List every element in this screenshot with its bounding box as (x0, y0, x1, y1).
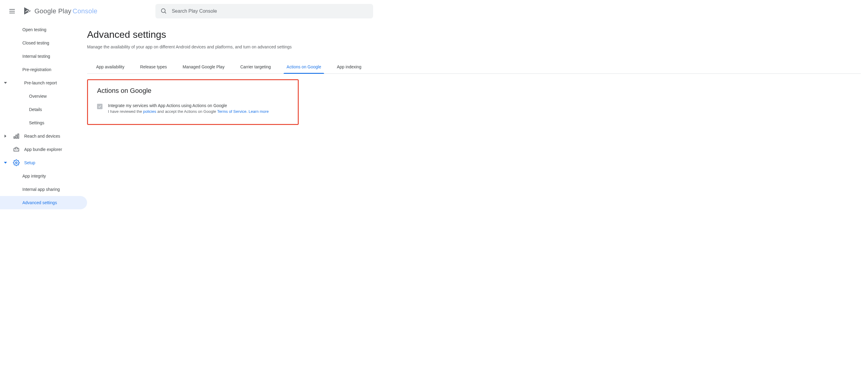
gear-icon (13, 159, 20, 166)
search-box[interactable] (155, 4, 373, 19)
checkbox-label: Integrate my services with App Actions u… (108, 103, 269, 108)
panel-title: Actions on Google (97, 87, 289, 95)
integrate-checkbox[interactable] (97, 104, 102, 109)
play-console-logo-icon (23, 7, 32, 16)
svg-point-4 (161, 8, 165, 12)
sidebar-item-label: Pre-launch report (24, 81, 57, 85)
svg-point-11 (15, 148, 16, 149)
search-input[interactable] (172, 8, 368, 14)
sidebar-item-details[interactable]: Details (0, 103, 87, 116)
page-title: Advanced settings (87, 29, 861, 40)
brand-text: Google PlayConsole (34, 7, 97, 15)
sidebar-item-label: Advanced settings (22, 200, 57, 205)
sidebar-item-pre-launch-report[interactable]: Pre-launch report (0, 76, 87, 90)
page-subtitle: Manage the availability of your app on d… (87, 45, 861, 49)
sidebar-item-internal-testing[interactable]: Internal testing (0, 50, 87, 63)
tabs: App availability Release types Managed G… (87, 60, 861, 74)
blank-icon (13, 79, 20, 87)
menu-icon[interactable] (5, 4, 19, 19)
tos-link[interactable]: Terms of Service (217, 109, 246, 114)
sidebar-item-open-testing[interactable]: Open testing (0, 23, 87, 36)
topbar: Google PlayConsole (0, 0, 868, 21)
sidebar-item-label: Overview (29, 94, 46, 98)
svg-marker-6 (4, 82, 7, 84)
bundle-icon (13, 146, 20, 153)
tab-app-indexing[interactable]: App indexing (336, 60, 362, 74)
sidebar-item-label: Settings (29, 120, 44, 125)
svg-point-14 (16, 162, 17, 164)
sidebar-item-setup[interactable]: Setup (0, 156, 87, 169)
tab-carrier-targeting[interactable]: Carrier targeting (240, 60, 272, 74)
tab-actions-on-google[interactable]: Actions on Google (286, 60, 322, 74)
sidebar-item-internal-app-sharing[interactable]: Internal app sharing (0, 183, 87, 196)
svg-marker-7 (4, 135, 6, 138)
brand[interactable]: Google PlayConsole (23, 7, 97, 16)
policies-link[interactable]: policies (143, 109, 156, 114)
sidebar-item-label: Internal testing (22, 54, 50, 59)
sidebar-item-reach-and-devices[interactable]: Reach and devices (0, 129, 87, 143)
sidebar-item-overview[interactable]: Overview (0, 90, 87, 103)
tab-app-availability[interactable]: App availability (96, 60, 125, 74)
main-content: Advanced settings Manage the availabilit… (87, 21, 868, 379)
sidebar-item-label: App integrity (22, 174, 46, 178)
search-icon (160, 7, 167, 15)
chevron-right-icon (2, 135, 8, 138)
chevron-down-icon (2, 81, 8, 84)
sidebar-item-app-bundle-explorer[interactable]: App bundle explorer (0, 143, 87, 156)
svg-point-12 (17, 148, 18, 149)
sidebar-item-app-integrity[interactable]: App integrity (0, 169, 87, 183)
tab-managed-google-play[interactable]: Managed Google Play (182, 60, 225, 74)
sidebar-item-pre-registration[interactable]: Pre-registration (0, 63, 87, 76)
actions-on-google-panel: Actions on Google Integrate my services … (87, 79, 299, 125)
sidebar-item-label: Internal app sharing (22, 187, 60, 192)
sidebar-item-label: Reach and devices (24, 134, 60, 139)
sidebar-item-label: Open testing (22, 27, 46, 32)
svg-marker-13 (4, 162, 7, 164)
svg-line-5 (165, 12, 166, 13)
svg-rect-8 (14, 137, 15, 139)
sidebar: Open testing Closed testing Internal tes… (0, 21, 87, 379)
sidebar-item-settings[interactable]: Settings (0, 116, 87, 129)
sidebar-item-closed-testing[interactable]: Closed testing (0, 36, 87, 50)
learn-more-link[interactable]: Learn more (249, 109, 269, 114)
sidebar-item-advanced-settings[interactable]: Advanced settings (0, 196, 87, 209)
checkbox-subtext: I have reviewed the policies and accept … (108, 109, 269, 114)
chevron-down-icon (2, 161, 8, 164)
svg-rect-9 (16, 135, 17, 138)
sidebar-item-label: App bundle explorer (24, 147, 62, 152)
sidebar-item-label: Setup (24, 160, 35, 165)
tab-release-types[interactable]: Release types (140, 60, 167, 74)
devices-icon (13, 133, 20, 140)
sidebar-item-label: Details (29, 107, 42, 112)
sidebar-item-label: Closed testing (22, 40, 49, 46)
svg-rect-10 (18, 134, 19, 139)
sidebar-item-label: Pre-registration (22, 67, 52, 72)
